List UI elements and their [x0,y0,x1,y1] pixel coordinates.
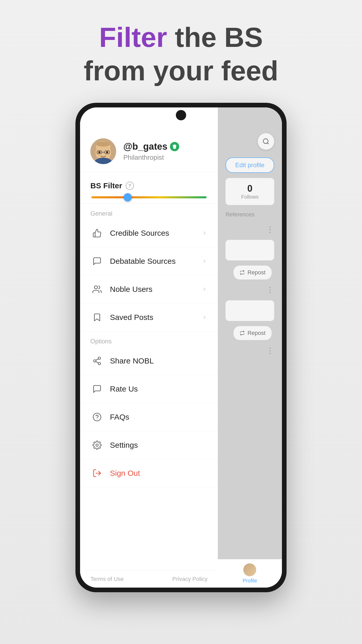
more-options-1[interactable]: ⋮ [223,224,277,235]
svg-point-8 [106,151,108,153]
options-menu-list: Share NOBL Rate Us FAQs [80,347,218,487]
follows-box: 0 Follows [226,178,274,205]
general-menu-list: Credible Sources Debatable Sources [80,219,218,332]
repost-button-1[interactable]: Repost [234,266,272,279]
svg-point-3 [96,141,110,147]
menu-item-rate-us[interactable]: Rate Us [80,375,218,403]
saved-posts-chevron [201,314,208,320]
menu-item-faqs[interactable]: FAQs [80,403,218,431]
debatable-sources-chevron [201,258,208,264]
bottom-nav: Profile [218,559,282,588]
menu-item-noble-users[interactable]: Noble Users [80,275,218,303]
rate-us-icon [90,382,104,396]
credible-sources-icon [90,226,104,240]
settings-icon [90,438,104,452]
rate-us-text: Rate Us [110,385,208,393]
edit-profile-button[interactable]: Edit profile [226,157,274,173]
username: @b_gates [123,141,167,152]
headline-rest: the BS [167,22,263,53]
svg-line-21 [267,143,269,144]
options-section-label: Options [80,332,218,347]
repost-button-2[interactable]: Repost [234,326,272,340]
svg-point-20 [263,139,268,144]
phone-frame: @b_gates Philanthropist BS Filter [75,103,287,592]
svg-point-7 [98,151,100,153]
settings-text: Settings [110,441,208,450]
bs-filter-slider[interactable] [90,196,208,198]
profile-nav-item[interactable]: Profile [243,563,257,584]
svg-line-15 [96,359,98,360]
headline-line2: from your feed [84,54,278,88]
debatable-sources-text: Debatable Sources [110,257,201,266]
menu-item-settings[interactable]: Settings [80,431,218,459]
bs-filter-label: BS Filter [90,181,122,190]
menu-item-credible-sources[interactable]: Credible Sources [80,219,218,247]
share-nobl-text: Share NOBL [110,357,208,365]
noble-users-icon [90,283,104,296]
avatar [90,138,116,164]
references-label: References [223,210,277,219]
debatable-sources-icon [90,255,104,268]
faqs-text: FAQs [110,413,208,421]
sign-out-text: Sign Out [110,469,208,478]
menu-item-share-nobl[interactable]: Share NOBL [80,347,218,375]
noble-users-chevron [201,286,208,292]
camera-dot [176,110,186,120]
feed-card-1 [226,240,274,260]
credible-sources-text: Credible Sources [110,229,201,238]
profile-section: @b_gates Philanthropist [80,131,218,172]
bs-filter-section: BS Filter ? [80,172,218,204]
follows-label: Follows [231,194,269,200]
user-title: Philanthropist [123,154,179,162]
help-icon[interactable]: ? [126,182,134,190]
follows-count: 0 [231,183,269,194]
general-section-label: General [80,204,218,219]
svg-point-16 [93,413,101,421]
menu-item-sign-out[interactable]: Sign Out [80,459,218,487]
share-nobl-icon [90,354,104,368]
svg-line-14 [96,361,98,363]
verified-badge [170,142,179,151]
headline-filter-word: Filter [99,22,167,53]
profile-nav-label: Profile [243,578,257,584]
menu-panel: @b_gates Philanthropist BS Filter [80,107,218,588]
slider-thumb[interactable] [124,193,132,201]
privacy-policy-link[interactable]: Privacy Policy [172,576,208,582]
profile-info: @b_gates Philanthropist [123,141,179,162]
saved-posts-text: Saved Posts [110,313,201,322]
sign-out-icon [90,467,104,480]
menu-item-saved-posts[interactable]: Saved Posts [80,303,218,332]
phone-screen: @b_gates Philanthropist BS Filter [80,107,282,588]
profile-nav-avatar [243,563,256,576]
right-panel: Edit profile 0 Follows References ⋮ Repo… [218,107,282,588]
terms-of-use-link[interactable]: Terms of Use [90,576,124,582]
search-button[interactable] [258,133,274,150]
headline: Filter the BS from your feed [84,21,278,87]
feed-card-2 [226,300,274,321]
svg-point-10 [94,286,98,289]
menu-item-debatable-sources[interactable]: Debatable Sources [80,247,218,275]
credible-sources-chevron [201,230,208,236]
saved-posts-icon [90,311,104,324]
svg-point-18 [96,444,98,446]
faqs-icon [90,410,104,424]
noble-users-text: Noble Users [110,285,201,294]
footer-links: Terms of Use Privacy Policy [80,570,218,588]
more-options-2[interactable]: ⋮ [223,285,277,295]
more-options-3[interactable]: ⋮ [223,345,277,356]
